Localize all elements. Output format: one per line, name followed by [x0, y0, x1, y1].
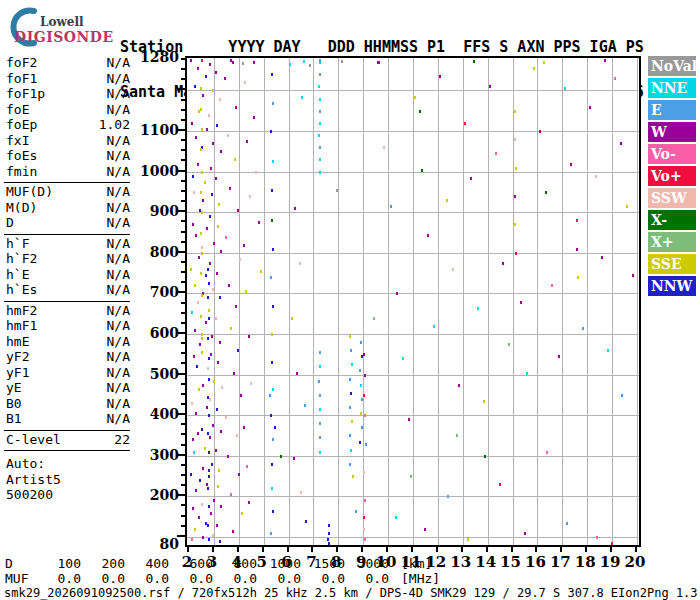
legend-item-x: X+: [648, 232, 696, 252]
param-label: hmF2: [6, 303, 37, 319]
y-axis-label: 600: [137, 326, 179, 340]
param-row: h`EsN/A: [4, 282, 130, 298]
y-axis-tick: [181, 220, 185, 222]
param-row: hmF1N/A: [4, 318, 130, 334]
echo-point: [250, 382, 252, 385]
y-axis-tick: [181, 464, 185, 466]
param-group: C-level22: [4, 431, 130, 452]
echo-point: [319, 451, 321, 454]
echo-point: [208, 114, 210, 117]
param-value: N/A: [107, 349, 130, 365]
echo-point: [227, 134, 229, 137]
y-axis-tick: [177, 88, 185, 90]
param-row: yF1N/A: [4, 365, 130, 381]
param-label: foE: [6, 102, 29, 118]
echo-point: [272, 438, 274, 441]
echo-point: [352, 475, 354, 478]
param-row: foF1N/A: [4, 71, 130, 87]
echo-point: [458, 384, 460, 387]
x-axis-tick: [187, 547, 189, 552]
y-axis-tick: [181, 190, 185, 192]
echo-point: [199, 479, 201, 482]
echo-point: [201, 246, 203, 249]
echo-point: [243, 426, 245, 429]
echo-point: [209, 262, 211, 265]
echo-point: [632, 274, 634, 277]
echo-point: [452, 268, 454, 271]
echo-point: [589, 106, 591, 109]
echo-point: [596, 536, 598, 539]
echo-point: [209, 63, 211, 66]
echo-point: [364, 414, 366, 417]
echo-point: [216, 124, 218, 127]
echo-point: [271, 219, 273, 222]
echo-point: [621, 394, 623, 397]
row-value: 0.0: [37, 571, 81, 586]
param-value: N/A: [107, 267, 130, 283]
grid-line-horizontal: [187, 212, 639, 213]
echo-point: [219, 341, 221, 344]
echo-point: [246, 140, 248, 143]
y-axis-label: 1100: [137, 123, 179, 137]
param-value: N/A: [107, 133, 130, 149]
param-row: fminN/A: [4, 164, 130, 180]
echo-point: [495, 152, 497, 155]
echo-point: [193, 451, 195, 454]
y-axis-label: 300: [137, 448, 179, 462]
param-value: N/A: [107, 184, 130, 200]
echo-point: [202, 536, 204, 539]
auto-line: Auto:: [6, 456, 130, 472]
echo-point: [225, 416, 227, 419]
param-row: yF2N/A: [4, 349, 130, 365]
echo-point: [502, 262, 504, 265]
legend-item-nne: NNE: [648, 78, 696, 98]
echo-point: [235, 305, 237, 308]
echo-point: [361, 398, 363, 401]
echo-point: [508, 343, 510, 346]
echo-point: [576, 219, 578, 222]
echo-point: [272, 510, 274, 513]
echo-point: [271, 333, 273, 336]
echo-point: [208, 357, 210, 360]
echo-point: [350, 449, 352, 452]
param-group: foF2N/AfoF1N/AfoF1pN/AfoEN/AfoEp1.02fxIN…: [4, 54, 130, 183]
ionogram-plot: [185, 56, 641, 547]
param-label: B0: [6, 396, 22, 412]
echo-point: [351, 420, 353, 423]
legend-item-nnw: NNW: [648, 276, 696, 296]
echo-point: [272, 248, 274, 251]
echo-point: [216, 524, 218, 527]
echo-point: [215, 449, 217, 452]
echo-point: [524, 532, 526, 535]
echo-point: [419, 110, 421, 113]
echo-point: [620, 142, 622, 145]
row-value: 100: [37, 556, 81, 571]
param-value: N/A: [107, 200, 130, 216]
echo-point: [229, 187, 231, 190]
echo-point: [198, 388, 200, 391]
param-label: fmin: [6, 164, 37, 180]
echo-point: [208, 317, 210, 320]
footer-status-line: smk29_2026091092500.rsf / 720fx512h 25 k…: [4, 586, 698, 600]
echo-point: [271, 189, 273, 192]
echo-point: [209, 215, 211, 218]
echo-point: [539, 130, 541, 133]
row-value: 200: [81, 556, 125, 571]
echo-point: [212, 142, 214, 145]
echo-point: [217, 485, 219, 488]
echo-point: [193, 191, 195, 194]
ionogram-plot-area: [187, 58, 639, 545]
echo-point: [209, 436, 211, 439]
y-axis-label: 1000: [137, 164, 179, 178]
echo-status-legend: NoValNNEEWVo-Vo+SSWX-X+SSENNW: [648, 56, 696, 298]
echo-point: [483, 400, 485, 403]
echo-point: [383, 146, 385, 149]
echo-point: [328, 542, 330, 545]
echo-point: [414, 96, 416, 99]
echo-point: [211, 335, 213, 338]
row-value: 0.0: [169, 571, 213, 586]
echo-point: [294, 207, 296, 210]
y-axis-tick: [181, 58, 185, 60]
echo-point: [611, 542, 613, 545]
param-row: h`FN/A: [4, 236, 130, 252]
